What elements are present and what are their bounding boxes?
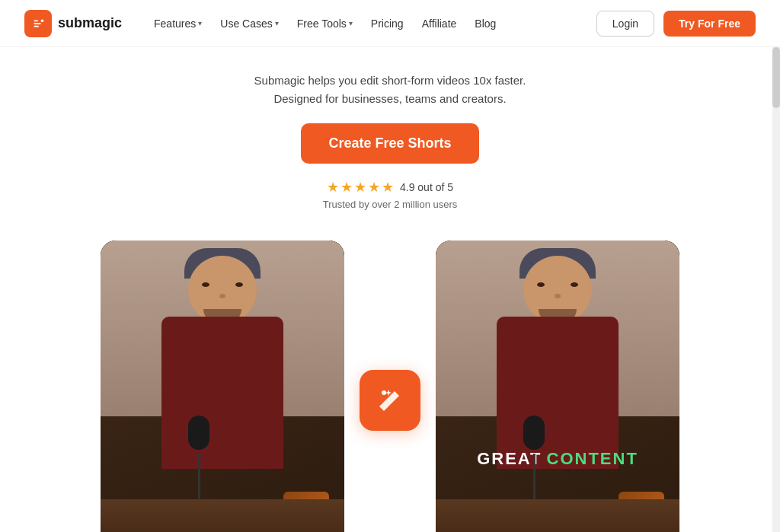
navbar-right: Login Try For Free <box>596 11 756 37</box>
nav-free-tools[interactable]: Free Tools ▾ <box>289 13 360 34</box>
nav-features[interactable]: Features ▾ <box>146 13 209 34</box>
trusted-text: Trusted by over 2 million users <box>323 199 458 210</box>
wand-icon <box>373 384 407 417</box>
star-3: ★ <box>354 179 366 196</box>
right-video-content: GREATCONTENT BEEFNUTZ <box>436 241 679 532</box>
star-5: ★ <box>382 179 394 196</box>
logo-link[interactable]: submagic <box>24 10 122 37</box>
rating-row: ★ ★ ★ ★ ★ 4.9 out of 5 <box>327 179 453 196</box>
star-4: ★ <box>368 179 380 196</box>
scrollbar-thumb[interactable] <box>772 47 780 108</box>
create-free-shorts-button[interactable]: Create Free Shorts <box>301 123 478 164</box>
left-video-content: BEEFNUTZ <box>101 241 344 532</box>
svg-point-1 <box>41 19 44 22</box>
right-video: GREATCONTENT BEEFNUTZ <box>436 241 679 532</box>
nav-pricing[interactable]: Pricing <box>363 13 411 34</box>
use-cases-chevron-icon: ▾ <box>275 19 279 27</box>
free-tools-chevron-icon: ▾ <box>349 19 353 27</box>
person-figure-right <box>436 241 679 532</box>
hero-section: Submagic helps you edit short-form video… <box>0 47 780 225</box>
star-2: ★ <box>340 179 353 196</box>
login-button[interactable]: Login <box>596 11 654 37</box>
subtitle-word2: CONTENT <box>547 449 638 468</box>
hero-subtitle: Submagic helps you edit short-form video… <box>254 72 526 108</box>
navbar-left: submagic Features ▾ Use Cases ▾ Free Too… <box>24 10 503 37</box>
head <box>188 256 257 324</box>
rating-score: 4.9 out of 5 <box>400 181 453 193</box>
star-1: ★ <box>327 179 339 196</box>
star-rating: ★ ★ ★ ★ ★ <box>327 179 394 196</box>
shirt <box>161 317 283 469</box>
demo-section: BEEFNUTZ <box>0 225 780 532</box>
logo-svg <box>30 15 46 32</box>
nav-links: Features ▾ Use Cases ▾ Free Tools ▾ Pric… <box>146 13 503 34</box>
logo-text: submagic <box>58 15 122 31</box>
nav-blog[interactable]: Blog <box>467 13 503 34</box>
features-chevron-icon: ▾ <box>198 19 202 27</box>
main-content: Submagic helps you edit short-form video… <box>0 0 780 532</box>
person-body <box>146 248 299 532</box>
shirt-right <box>497 317 619 469</box>
left-video: BEEFNUTZ <box>101 241 344 532</box>
person-body-right <box>481 248 634 532</box>
navbar: submagic Features ▾ Use Cases ▾ Free Too… <box>0 0 780 47</box>
scrollbar-track[interactable] <box>772 47 780 532</box>
try-free-button[interactable]: Try For Free <box>663 11 756 37</box>
magic-icon-center <box>360 370 420 431</box>
nav-use-cases[interactable]: Use Cases ▾ <box>213 13 286 34</box>
person-figure <box>101 241 344 532</box>
head-right <box>523 256 592 324</box>
nav-affiliate[interactable]: Affiliate <box>414 13 465 34</box>
logo-icon <box>24 10 52 37</box>
subtitle-overlay: GREATCONTENT <box>477 449 638 469</box>
